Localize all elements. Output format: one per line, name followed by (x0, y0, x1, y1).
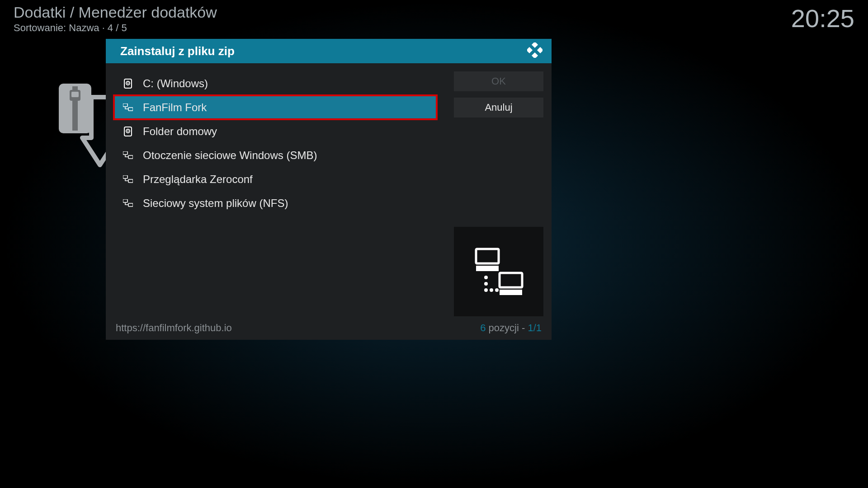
list-item[interactable]: C: (Windows) (114, 71, 437, 95)
ok-button[interactable]: OK (454, 71, 543, 91)
network-icon (123, 175, 133, 183)
network-icon (123, 199, 133, 207)
cancel-button[interactable]: Anuluj (454, 98, 543, 117)
list-item-label: C: (Windows) (143, 77, 208, 90)
svg-rect-19 (128, 179, 133, 183)
install-from-zip-dialog: Zainstaluj z pliku zip C: (Windows) (106, 39, 552, 340)
list-item[interactable]: Folder domowy (114, 119, 437, 143)
svg-rect-16 (123, 151, 127, 155)
svg-rect-24 (500, 273, 522, 287)
clock: 20:25 (791, 4, 854, 33)
network-icon (123, 103, 133, 112)
svg-rect-6 (537, 47, 542, 53)
svg-rect-4 (532, 42, 538, 48)
preview-thumbnail (454, 227, 543, 316)
svg-rect-20 (123, 199, 127, 202)
list-item[interactable]: Otoczenie sieciowe Windows (SMB) (114, 143, 437, 167)
list-item[interactable]: FanFilm Fork (114, 95, 437, 119)
breadcrumb: Dodatki / Menedżer dodatków (14, 4, 217, 21)
svg-rect-11 (123, 103, 127, 107)
list-item-label: Sieciowy system plików (NFS) (143, 197, 288, 210)
kodi-logo-icon (527, 42, 542, 60)
list-item[interactable]: Sieciowy system plików (NFS) (114, 191, 437, 215)
list-item[interactable]: Przeglądarka Zeroconf (114, 167, 437, 191)
svg-rect-18 (123, 175, 127, 178)
list-item-label: Przeglądarka Zeroconf (143, 173, 253, 186)
sort-indicator: Sortowanie: Nazwa · 4 / 5 (14, 22, 217, 34)
footer-count: 6 pozycji - 1/1 (480, 322, 542, 334)
list-item-label: Folder domowy (143, 125, 217, 138)
svg-point-26 (484, 276, 488, 279)
hdd-icon (123, 79, 133, 89)
svg-point-10 (127, 82, 129, 84)
svg-rect-5 (527, 47, 533, 53)
svg-rect-17 (128, 155, 133, 159)
svg-point-29 (490, 288, 493, 292)
svg-rect-23 (476, 266, 499, 271)
network-share-icon (472, 247, 526, 296)
network-icon (123, 151, 133, 160)
svg-rect-25 (500, 290, 522, 295)
list-item-label: FanFilm Fork (143, 101, 207, 114)
svg-point-28 (484, 288, 488, 292)
dialog-title: Zainstaluj z pliku zip (120, 44, 235, 58)
svg-point-15 (127, 130, 129, 131)
hdd-icon (123, 127, 133, 136)
svg-rect-7 (532, 52, 538, 58)
svg-point-30 (495, 288, 499, 292)
svg-rect-3 (71, 92, 79, 97)
svg-rect-12 (128, 108, 133, 111)
svg-point-27 (484, 282, 488, 286)
svg-rect-22 (476, 249, 499, 263)
svg-rect-21 (128, 203, 133, 206)
file-browser-list: C: (Windows) FanFilm Fork Folder domowy … (114, 71, 437, 316)
footer-path: https://fanfilmfork.github.io (116, 322, 232, 334)
list-item-label: Otoczenie sieciowe Windows (SMB) (143, 149, 317, 162)
